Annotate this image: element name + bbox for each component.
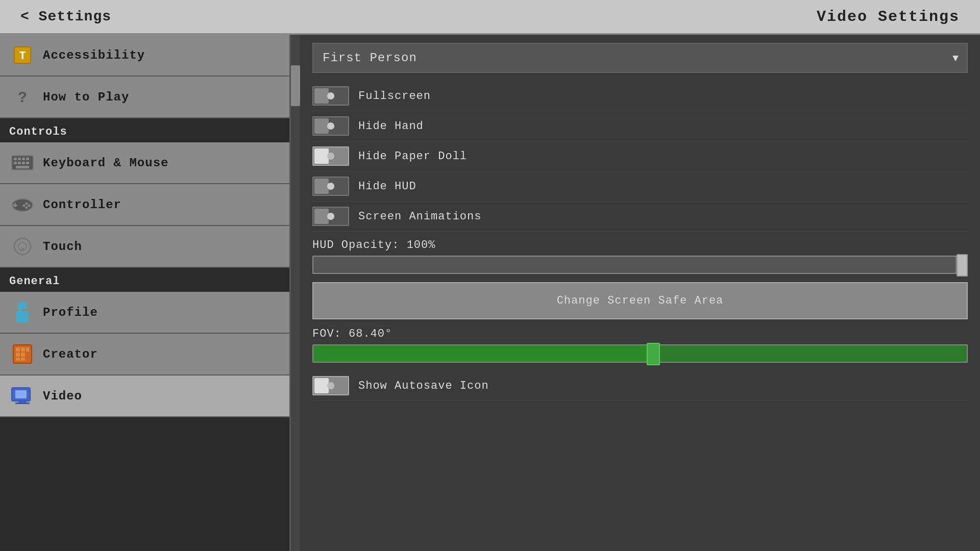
toggle-handle (314, 88, 329, 104)
main-content: T Accessibility ? How to Play Controls (0, 35, 980, 551)
screen-animations-label: Screen Animations (358, 210, 968, 223)
svg-point-20 (14, 238, 31, 255)
fullscreen-toggle[interactable] (312, 86, 349, 106)
creator-icon (11, 343, 34, 365)
setting-row-hide-paper-doll: Hide Paper Doll (312, 141, 968, 171)
toggle-handle (314, 179, 329, 194)
creator-label: Creator (43, 347, 98, 361)
sidebar-item-accessibility[interactable]: T Accessibility (0, 35, 289, 77)
svg-rect-30 (21, 353, 25, 357)
hide-hud-toggle[interactable] (312, 177, 349, 196)
touch-label: Touch (43, 240, 82, 254)
svg-point-16 (26, 203, 28, 205)
change-screen-safe-area-button[interactable]: Change Screen Safe Area (312, 282, 968, 319)
svg-rect-4 (14, 158, 17, 160)
profile-label: Profile (43, 306, 98, 319)
sidebar-item-touch[interactable]: Touch (0, 226, 289, 268)
screen-animations-toggle[interactable] (312, 207, 349, 226)
svg-rect-11 (26, 162, 29, 164)
svg-rect-29 (16, 353, 20, 357)
header: < Settings Video Settings (0, 0, 980, 35)
hide-paper-doll-label: Hide Paper Doll (358, 150, 968, 163)
general-section-label: General (0, 268, 289, 292)
svg-point-17 (28, 205, 31, 207)
svg-point-18 (26, 207, 28, 209)
svg-rect-28 (26, 347, 29, 352)
how-to-play-label: How to Play (43, 90, 129, 104)
sidebar-scrollbar[interactable] (291, 35, 300, 551)
hide-hand-toggle[interactable] (312, 116, 349, 136)
setting-row-fullscreen: Fullscreen (312, 81, 968, 111)
touch-icon (11, 235, 34, 258)
fov-slider-thumb[interactable] (647, 343, 660, 365)
svg-rect-26 (16, 347, 20, 352)
sidebar-item-how-to-play[interactable]: ? How to Play (0, 77, 289, 118)
settings-list: Fullscreen Hide Hand Hide Paper Doll (300, 81, 980, 551)
fov-label: FOV: 68.40° (312, 328, 968, 340)
toggle-handle (314, 209, 329, 224)
dropdown-value: First Person (323, 51, 417, 65)
keyboard-mouse-label: Keyboard & Mouse (43, 156, 168, 170)
autosave-label: Show Autosave Icon (358, 380, 968, 392)
svg-rect-34 (15, 390, 27, 398)
setting-row-screen-animations: Screen Animations (312, 202, 968, 232)
svg-rect-8 (14, 162, 17, 164)
sidebar-item-video[interactable]: Video (0, 375, 289, 417)
view-mode-dropdown[interactable]: First Person (312, 43, 968, 73)
setting-row-hide-hand: Hide Hand (312, 111, 968, 141)
view-mode-dropdown-wrapper: First Person ▼ (312, 43, 968, 73)
svg-rect-32 (21, 358, 25, 361)
hide-hud-label: Hide HUD (358, 180, 968, 193)
fov-section: FOV: 68.40° (312, 325, 968, 365)
setting-row-autosave: Show Autosave Icon (312, 371, 968, 401)
back-button[interactable]: < Settings (20, 9, 111, 24)
svg-rect-36 (15, 403, 30, 404)
accessibility-label: Accessibility (43, 48, 145, 62)
sidebar: T Accessibility ? How to Play Controls (0, 35, 291, 551)
svg-rect-23 (16, 311, 29, 322)
hide-hand-label: Hide Hand (358, 120, 968, 133)
svg-rect-7 (26, 158, 29, 160)
back-label: < Settings (20, 9, 111, 24)
profile-icon (11, 301, 34, 323)
fov-slider[interactable] (312, 344, 968, 363)
svg-text:?: ? (18, 89, 27, 106)
dropdown-container: First Person ▼ (300, 35, 980, 81)
toggle-handle (314, 118, 329, 134)
svg-rect-31 (16, 358, 20, 361)
autosave-toggle[interactable] (312, 376, 349, 395)
hud-opacity-section: HUD Opacity: 100% (312, 237, 968, 276)
sidebar-item-creator[interactable]: Creator (0, 334, 289, 375)
svg-rect-27 (21, 347, 25, 352)
toggle-dot (327, 213, 334, 220)
controls-section-label: Controls (0, 118, 289, 142)
svg-rect-24 (18, 309, 21, 313)
toggle-dot (327, 92, 334, 99)
page-title: Video Settings (817, 8, 960, 26)
controller-icon (11, 193, 34, 216)
hide-paper-doll-toggle[interactable] (312, 146, 349, 166)
svg-rect-9 (18, 162, 21, 164)
hud-opacity-slider[interactable] (312, 256, 968, 274)
fullscreen-label: Fullscreen (358, 90, 968, 103)
svg-rect-12 (16, 166, 29, 168)
sidebar-item-controller[interactable]: Controller (0, 184, 289, 226)
accessibility-icon: T (11, 44, 34, 66)
svg-rect-15 (13, 205, 17, 206)
setting-row-hide-hud: Hide HUD (312, 171, 968, 202)
sidebar-item-keyboard-mouse[interactable]: Keyboard & Mouse (0, 142, 289, 184)
right-panel: First Person ▼ Fullscreen Hide H (300, 35, 980, 551)
keyboard-icon (11, 152, 34, 174)
svg-text:T: T (19, 50, 26, 63)
svg-rect-10 (22, 162, 25, 164)
how-to-play-icon: ? (11, 86, 34, 108)
hud-opacity-label: HUD Opacity: 100% (312, 239, 968, 252)
svg-rect-6 (22, 158, 25, 160)
svg-rect-5 (18, 158, 21, 160)
toggle-dot (327, 183, 334, 190)
toggle-dot (327, 122, 334, 130)
svg-point-19 (23, 205, 26, 207)
hud-opacity-thumb[interactable] (957, 254, 968, 277)
controller-label: Controller (43, 198, 121, 212)
sidebar-item-profile[interactable]: Profile (0, 292, 289, 334)
